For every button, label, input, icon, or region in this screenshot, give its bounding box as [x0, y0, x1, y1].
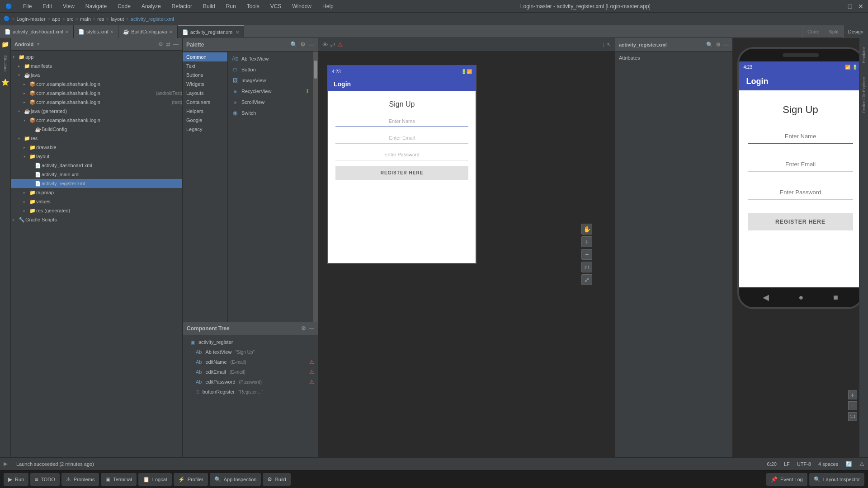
palette-cat-buttons[interactable]: Buttons: [183, 70, 227, 80]
palette-item-textview[interactable]: Ab Ab TextView: [228, 53, 313, 64]
palette-cat-helpers[interactable]: Helpers: [183, 107, 227, 116]
ct-item-buttonregister[interactable]: □ buttonRegister "Register ...": [183, 387, 318, 397]
phone-back-button[interactable]: ◀: [763, 292, 769, 302]
sync-icon[interactable]: 🔄: [845, 461, 852, 467]
menu-edit[interactable]: Edit: [41, 2, 54, 10]
tree-item-java-generated[interactable]: ▾ ☕ java (generated): [11, 107, 182, 116]
tree-item-mipmap[interactable]: ▸ 📁 mipmap: [11, 188, 182, 197]
design-canvas[interactable]: 4:23 🔋📶 Login Sign Up Enter Name Enter E…: [318, 52, 615, 457]
tab-activity-dashboard[interactable]: 📄 activity_dashboard.xml ✕: [0, 25, 74, 38]
design-cursor-icon[interactable]: ↖: [607, 42, 611, 48]
tree-item-package2[interactable]: ▸ 📦 com.example.shashank.login (androidT…: [11, 89, 182, 98]
ct-item-textview[interactable]: Ab Ab textView "Sign Up": [183, 347, 318, 357]
phone-recents-button[interactable]: ■: [833, 293, 838, 302]
ct-item-editname[interactable]: Ab editName (E-mail) ⚠: [183, 357, 318, 367]
tab-activity-register[interactable]: 📄 activity_register.xml ✕: [178, 25, 244, 38]
breadcrumb-login-master[interactable]: Login-master: [16, 16, 45, 22]
project-dropdown-icon[interactable]: ▾: [37, 42, 39, 47]
breadcrumb-app[interactable]: app: [52, 16, 60, 22]
emulator-zoom-reset[interactable]: 1:1: [848, 412, 857, 421]
palette-cat-google[interactable]: Google: [183, 116, 227, 125]
tree-item-app[interactable]: ▾ 📁 app: [11, 52, 182, 61]
vtab-device-explorer[interactable]: Device File Explorer: [862, 77, 866, 113]
tree-item-package1[interactable]: ▸ 📦 com.example.shashank.login: [11, 80, 182, 89]
menu-view[interactable]: View: [61, 2, 76, 10]
project-icon-btn[interactable]: 📁: [1, 40, 10, 49]
breadcrumb-src[interactable]: src: [67, 16, 74, 22]
tab-close-buildconfig[interactable]: ✕: [169, 29, 173, 34]
design-link-icon[interactable]: ⇄: [330, 41, 335, 48]
terminal-button[interactable]: ▣ Terminal: [101, 473, 137, 486]
tab-close-register[interactable]: ✕: [236, 30, 239, 35]
emulator-zoom-in[interactable]: +: [848, 390, 857, 399]
breadcrumb-main[interactable]: main: [80, 16, 91, 22]
run-button[interactable]: ▶ Run: [4, 473, 28, 486]
project-settings-icon[interactable]: ⚙: [158, 41, 163, 47]
app-inspection-button[interactable]: 🔍 App Inspection: [210, 473, 261, 486]
palette-item-button[interactable]: □ Button: [228, 64, 313, 75]
palette-cat-common[interactable]: Common: [183, 52, 227, 61]
tree-item-main-xml[interactable]: 📄 activity_main.xml: [11, 170, 182, 179]
zoom-hand-icon[interactable]: ✋: [581, 224, 592, 235]
phone-email-input[interactable]: [748, 157, 853, 172]
design-scroll-icon[interactable]: ↕: [602, 42, 605, 48]
split-tab[interactable]: Split: [824, 25, 843, 38]
menu-help[interactable]: Help: [321, 2, 335, 10]
palette-cat-containers[interactable]: Containers: [183, 98, 227, 107]
ct-item-editpassword[interactable]: Ab editPassword (Password) ⚠: [183, 377, 318, 387]
design-warning-icon[interactable]: ⚠: [337, 41, 343, 48]
maximize-button[interactable]: □: [846, 3, 854, 10]
profiler-button[interactable]: ⚡ Profiler: [174, 473, 208, 486]
zoom-fit-button[interactable]: ⤢: [581, 274, 592, 285]
favorites-icon-btn[interactable]: ⭐: [1, 78, 10, 87]
phone-password-input[interactable]: [748, 185, 853, 200]
project-collapse-icon[interactable]: —: [173, 41, 179, 47]
tree-item-layout[interactable]: ▾ 📁 layout: [11, 152, 182, 161]
design-tab[interactable]: Design: [843, 25, 868, 38]
ct-settings-icon[interactable]: ⚙: [301, 325, 306, 332]
palette-item-scrollview[interactable]: ≡ ScrollView: [228, 97, 313, 108]
attr-minimize-icon[interactable]: —: [723, 42, 729, 48]
tree-item-register-xml[interactable]: 📄 activity_register.xml: [11, 179, 182, 188]
tree-item-dashboard-xml[interactable]: 📄 activity_dashboard.xml: [11, 161, 182, 170]
ct-item-editemail[interactable]: Ab editEmail (E-mail) ⚠: [183, 367, 318, 377]
palette-item-imageview[interactable]: 🖼 ImageView: [228, 75, 313, 86]
minimize-button[interactable]: —: [835, 3, 843, 10]
status-lf[interactable]: LF: [784, 461, 790, 467]
tree-item-buildconfig[interactable]: ☕ BuildConfig: [11, 125, 182, 134]
palette-search-icon[interactable]: 🔍: [290, 41, 297, 48]
palette-item-switch[interactable]: ◉ Switch: [228, 108, 313, 118]
menu-code[interactable]: Code: [116, 2, 132, 10]
logcat-button[interactable]: 📋 Logcat: [138, 473, 172, 486]
breadcrumb-res[interactable]: res: [97, 16, 104, 22]
tree-item-drawable[interactable]: ▸ 📁 drawable: [11, 143, 182, 152]
status-indent[interactable]: 4 spaces: [818, 461, 838, 467]
project-sync-icon[interactable]: ⇄: [166, 41, 170, 47]
phone-name-input[interactable]: [748, 129, 853, 144]
vtab-emulator[interactable]: Emulator: [862, 47, 866, 63]
breadcrumb-layout[interactable]: layout: [111, 16, 124, 22]
zoom-reset-button[interactable]: 1:1: [581, 262, 592, 272]
breadcrumb-file[interactable]: activity_register.xml: [131, 16, 174, 22]
menu-window[interactable]: Window: [290, 2, 313, 10]
tree-item-res[interactable]: ▾ 📁 res: [11, 134, 182, 143]
menu-build[interactable]: Build: [201, 2, 217, 10]
tree-item-manifests[interactable]: ▸ 📁 manifests: [11, 61, 182, 70]
tree-item-java[interactable]: ▾ ☕ java: [11, 70, 182, 80]
menu-tools[interactable]: Tools: [245, 2, 261, 10]
tree-item-values[interactable]: ▸ 📁 values: [11, 197, 182, 206]
ct-item-activity-register[interactable]: ▣ activity_register: [183, 337, 318, 347]
menu-navigate[interactable]: Navigate: [84, 2, 108, 10]
tree-item-package4[interactable]: ▾ 📦 com.example.shashank.login: [11, 116, 182, 125]
menu-vcs[interactable]: VCS: [269, 2, 283, 10]
design-eye-icon[interactable]: 👁: [322, 41, 328, 48]
palette-cat-text[interactable]: Text: [183, 61, 227, 70]
status-encoding[interactable]: UTF-8: [797, 461, 811, 467]
palette-settings-icon[interactable]: ⚙: [300, 41, 306, 48]
palette-cat-widgets[interactable]: Widgets: [183, 80, 227, 89]
tree-item-gradle[interactable]: ▸ 🔧 Gradle Scripts: [11, 215, 182, 224]
ct-minimize-icon[interactable]: —: [309, 325, 314, 332]
palette-cat-layouts[interactable]: Layouts: [183, 89, 227, 98]
structure-icon-btn[interactable]: Structure: [1, 59, 10, 68]
attr-settings-icon[interactable]: ⚙: [716, 42, 721, 48]
